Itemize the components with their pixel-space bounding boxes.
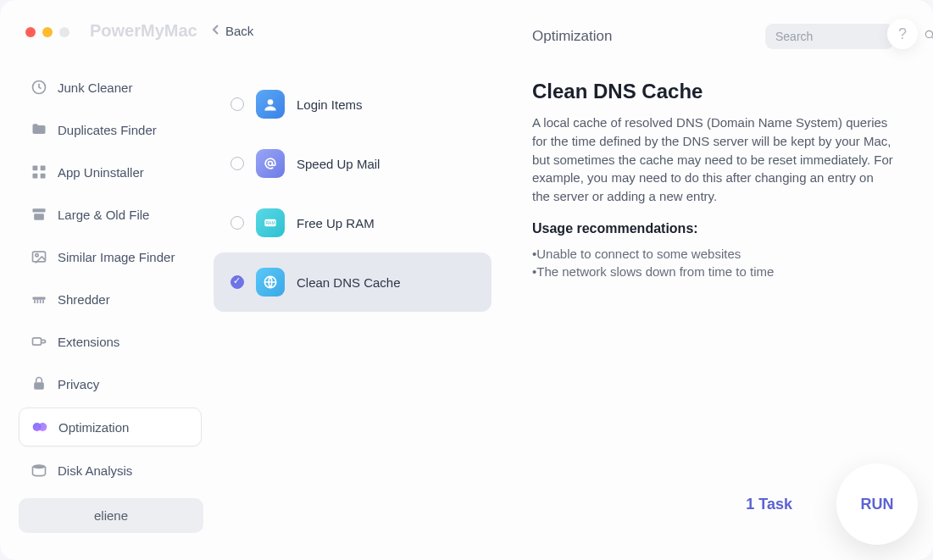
sidebar-item-label: Duplicates Finder [58, 123, 157, 137]
sidebar-item-privacy[interactable]: Privacy [19, 365, 202, 402]
gauge-icon [31, 79, 47, 96]
svg-point-15 [268, 99, 274, 105]
sidebar-item-label: Extensions [58, 335, 119, 349]
detail-description: A local cache of resolved DNS (Domain Na… [532, 114, 894, 206]
option-label: Login Items [297, 97, 363, 112]
back-button[interactable]: Back [212, 24, 253, 38]
archive-icon [31, 206, 47, 223]
sidebar-item-label: Junk Cleaner [58, 80, 132, 95]
sidebar-item-label: App Uninstaller [58, 165, 144, 180]
option-list: Login Items Speed Up Mail RAM Free Up RA… [212, 0, 491, 560]
sidebar-item-app-uninstaller[interactable]: App Uninstaller [19, 153, 202, 191]
svg-rect-2 [41, 166, 46, 171]
option-speed-up-mail[interactable]: Speed Up Mail [214, 134, 491, 193]
svg-point-14 [33, 464, 46, 469]
sidebar: Junk Cleaner Duplicates Finder App Unins… [0, 0, 212, 560]
back-label: Back [225, 24, 253, 38]
radio-unchecked-icon[interactable] [230, 97, 244, 111]
question-mark-icon: ? [898, 25, 907, 43]
lock-icon [31, 375, 47, 392]
sidebar-item-large-old-file[interactable]: Large & Old File [19, 196, 202, 233]
detail-title: Clean DNS Cache [532, 80, 894, 103]
optimization-icon [31, 419, 48, 435]
usage-item: •Unable to connect to some websites [532, 245, 894, 263]
run-button[interactable]: RUN [836, 463, 918, 545]
ram-chip-icon: RAM [256, 208, 285, 237]
sidebar-item-label: Disk Analysis [58, 463, 132, 478]
option-label: Clean DNS Cache [297, 275, 401, 290]
dns-globe-icon [256, 268, 285, 297]
chevron-left-icon [212, 24, 220, 38]
user-name: eliene [94, 508, 128, 523]
option-label: Speed Up Mail [297, 157, 380, 171]
svg-point-8 [36, 254, 38, 257]
folder-icon [31, 121, 47, 138]
svg-point-20 [925, 30, 932, 37]
user-account-button[interactable]: eliene [19, 498, 203, 533]
svg-rect-6 [34, 213, 44, 219]
svg-rect-10 [33, 338, 42, 345]
shredder-icon [31, 291, 47, 308]
help-button[interactable]: ? [887, 19, 918, 49]
option-free-up-ram[interactable]: RAM Free Up RAM [214, 193, 491, 252]
sidebar-item-label: Optimization [58, 420, 129, 435]
search-icon [924, 29, 933, 44]
radio-unchecked-icon[interactable] [230, 157, 244, 170]
sidebar-item-duplicates-finder[interactable]: Duplicates Finder [19, 111, 202, 148]
section-title: Optimization [532, 28, 612, 45]
svg-rect-9 [33, 297, 46, 300]
option-clean-dns-cache[interactable]: Clean DNS Cache [214, 252, 491, 312]
usage-list: •Unable to connect to some websites •The… [532, 245, 894, 280]
sidebar-item-label: Shredder [58, 292, 110, 307]
svg-rect-3 [33, 174, 38, 179]
sidebar-item-label: Large & Old File [58, 208, 149, 222]
svg-rect-11 [34, 382, 44, 389]
sidebar-item-junk-cleaner[interactable]: Junk Cleaner [19, 69, 202, 106]
user-circle-icon [256, 90, 285, 119]
sidebar-item-shredder[interactable]: Shredder [19, 280, 202, 318]
radio-unchecked-icon[interactable] [230, 216, 244, 230]
sidebar-item-optimization[interactable]: Optimization [19, 408, 202, 446]
disk-icon [31, 462, 47, 479]
usage-item: •The network slows down from time to tim… [532, 263, 894, 280]
sidebar-item-extensions[interactable]: Extensions [19, 323, 202, 360]
at-sign-icon [256, 149, 285, 178]
image-icon [31, 248, 47, 265]
svg-rect-5 [33, 208, 46, 212]
sidebar-item-similar-image-finder[interactable]: Similar Image Finder [19, 238, 202, 275]
option-login-items[interactable]: Login Items [214, 75, 491, 134]
option-label: Free Up RAM [297, 216, 375, 230]
svg-rect-1 [33, 166, 38, 171]
sidebar-item-disk-analysis[interactable]: Disk Analysis [19, 452, 202, 489]
sidebar-item-label: Similar Image Finder [58, 250, 175, 264]
task-count: 1 Task [746, 496, 792, 513]
svg-text:RAM: RAM [265, 220, 275, 225]
search-box[interactable] [765, 24, 894, 49]
grid-icon [31, 164, 47, 180]
radio-checked-icon[interactable] [230, 275, 244, 289]
extensions-icon [31, 333, 47, 350]
run-label: RUN [861, 496, 894, 513]
usage-title: Usage recommendations: [532, 221, 894, 236]
svg-point-13 [38, 423, 47, 431]
svg-rect-4 [41, 174, 46, 179]
sidebar-item-label: Privacy [58, 377, 99, 391]
